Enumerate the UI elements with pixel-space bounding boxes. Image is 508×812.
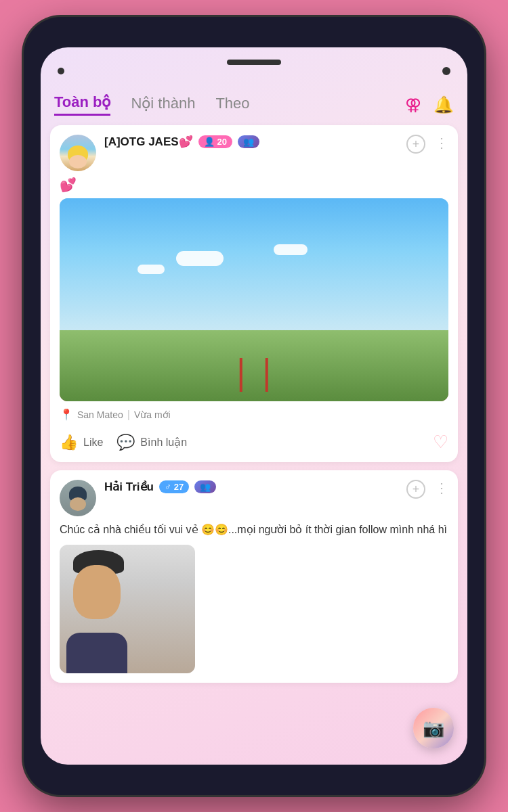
nav-tabs: Toàn bộ Nội thành Theo ⚢ 🔔 — [41, 88, 467, 121]
gender-symbol-2: ♂ — [165, 482, 171, 492]
male2-face — [73, 565, 121, 619]
post-actions-top-1: + ⋮ — [406, 135, 448, 154]
front-camera — [442, 67, 450, 75]
author-row-1: [A]OTG JAES💕 👤 20 👥 — [104, 135, 398, 149]
location-name-1: San Mateo — [77, 409, 123, 420]
badge-gender-2: ♂ 27 — [159, 480, 189, 493]
tab-noi-thanh[interactable]: Nội thành — [131, 95, 195, 115]
structure — [230, 358, 278, 394]
avatar-1[interactable] — [60, 135, 96, 171]
camera-dot — [58, 68, 64, 74]
post-time-1: Vừa mới — [134, 409, 171, 420]
notch-left — [58, 68, 64, 74]
comment-icon-1: 💬 — [117, 434, 135, 451]
friend-icon-2: 👥 — [200, 482, 211, 492]
post-card-1: [A]OTG JAES💕 👤 20 👥 + ⋮ 💕 — [50, 125, 458, 462]
cloud-2 — [274, 244, 308, 255]
nav-icons: ⚢ 🔔 — [405, 95, 454, 114]
notification-bell-icon[interactable]: 🔔 — [433, 95, 454, 114]
comment-label-1: Bình luận — [140, 436, 187, 449]
cloud-3 — [137, 265, 165, 274]
tab-theo[interactable]: Theo — [215, 95, 249, 115]
gender-filter-icon[interactable]: ⚢ — [405, 95, 421, 114]
post-meta-1: [A]OTG JAES💕 👤 20 👥 — [104, 135, 398, 149]
like-label-1: Like — [83, 436, 103, 449]
speaker — [227, 60, 281, 65]
post-header-2: Hải Triều ♂ 27 👥 + ⋮ — [60, 480, 448, 516]
like-icon-1: 👍 — [60, 434, 78, 451]
sky-area — [60, 198, 448, 330]
ground-area — [60, 330, 448, 401]
post-text-2: Chúc cả nhà chiều tối vui vẻ 😊😊...mọi ng… — [60, 522, 448, 538]
male2-body — [66, 633, 127, 673]
comment-button-1[interactable]: 💬 Bình luận — [117, 434, 187, 451]
camera-fab-button[interactable]: 📷 — [413, 708, 454, 748]
location-pin-icon: 📍 — [60, 408, 73, 421]
divider-1: | — [127, 409, 130, 421]
post-card-2: Hải Triều ♂ 27 👥 + ⋮ Chúc cả nhà — [50, 470, 458, 683]
cloud-1 — [176, 251, 224, 266]
post-image-1[interactable] — [60, 198, 448, 401]
badge-count-1: 20 — [217, 137, 227, 147]
post-meta-2: Hải Triều ♂ 27 👥 — [104, 480, 398, 494]
structure-bar-left — [240, 358, 242, 392]
tab-toan-bo[interactable]: Toàn bộ — [54, 93, 110, 116]
author-name-1[interactable]: [A]OTG JAES💕 — [104, 135, 193, 149]
phone-frame: Toàn bộ Nội thành Theo ⚢ 🔔 [A]OTG JAES💕 … — [24, 17, 484, 795]
structure-bar-right — [266, 358, 268, 392]
badge-icon-1: 👤 — [204, 137, 215, 147]
like-button-1[interactable]: 👍 Like — [60, 434, 103, 451]
post-actions-top-2: + ⋮ — [406, 480, 448, 499]
status-bar — [41, 47, 467, 88]
more-options-2[interactable]: ⋮ — [435, 480, 448, 499]
post-emoji-1: 💕 — [60, 177, 448, 193]
badge-friend-2: 👥 — [194, 480, 216, 493]
friend-icon-1: 👥 — [243, 137, 254, 147]
author-name-2[interactable]: Hải Triều — [104, 480, 154, 494]
post-location-1: 📍 San Mateo | Vừa mới — [60, 408, 448, 421]
heart-button-1[interactable]: ♡ — [433, 432, 448, 453]
phone-screen: Toàn bộ Nội thành Theo ⚢ 🔔 [A]OTG JAES💕 … — [41, 47, 467, 765]
post-header-1: [A]OTG JAES💕 👤 20 👥 + ⋮ — [60, 135, 448, 171]
author-row-2: Hải Triều ♂ 27 👥 — [104, 480, 398, 494]
camera-fab-icon: 📷 — [423, 718, 444, 739]
more-options-1[interactable]: ⋮ — [435, 135, 448, 154]
avatar-2[interactable] — [60, 480, 96, 516]
badge-followers-1: 👤 20 — [198, 135, 232, 148]
person-face — [60, 545, 195, 673]
add-button-2[interactable]: + — [406, 480, 425, 499]
post-image-2[interactable] — [60, 545, 195, 673]
age-2: 27 — [174, 482, 184, 492]
post-footer-1: 👍 Like 💬 Bình luận ♡ — [60, 429, 448, 453]
badge-friend-1: 👥 — [238, 135, 259, 148]
add-button-1[interactable]: + — [406, 135, 425, 154]
